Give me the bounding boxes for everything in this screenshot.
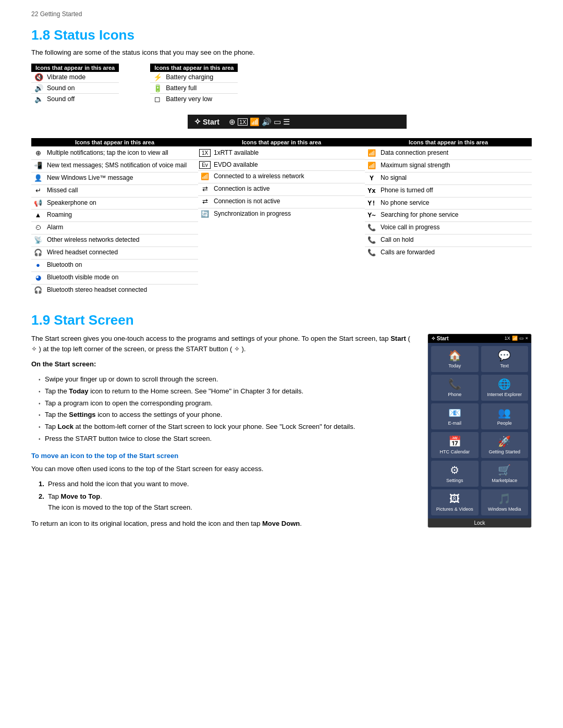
statusbar-container: ✧ Start ⊕ 1X 📶 🔊 ▭ ☰ [31,107,532,136]
three-col-reference: Icons that appear in this area ⊕ Multipl… [31,138,532,297]
step-2: 2. Tap Move to Top. The icon is moved to… [39,491,417,513]
list-item: Swipe your finger up or down to scroll t… [39,374,417,385]
top-right-area-label: Icons that appear in this area [150,64,238,72]
phone-status-icons: 1X 📶 ▭ × [505,336,528,341]
list-item: 👤 New Windows Live™ message [31,172,198,185]
icon-col-2: Icons that appear in this area 1X 1xRTT … [198,138,365,297]
list-item: ⏲ Alarm [31,222,198,235]
people-icon: 👥 [498,406,511,419]
sound-off-icon: 🔈 [33,95,44,103]
col2-list: 1X 1xRTT available Ev EVDO available 📶 C… [198,147,365,220]
sb-icon: 1X [505,336,510,341]
section-18-title: 1.8 Status Icons [31,27,532,43]
app-label: Getting Started [488,449,520,454]
statusbar-mockup: ✧ Start ⊕ 1X 📶 🔊 ▭ ☰ [188,115,407,129]
phone-statusbar: ✧ Start 1X 📶 ▭ × [428,334,531,343]
col1-list: ⊕ Multiple notifications; tap the icon t… [31,147,198,297]
list-item: 📲 New text messages; SMS notification of… [31,160,198,172]
getting-started-icon: 🚀 [498,435,511,448]
data-present-icon: 📶 [366,149,377,158]
roaming-icon: ▲ [32,211,44,220]
menu-icon: ☰ [283,117,290,127]
step-num: 2. [39,491,44,502]
item-label: Bluetooth stereo headset connected [47,286,147,294]
list-item: ▲ Roaming [31,209,198,222]
start-text: Start [203,118,219,126]
sync-icon: 🔄 [199,210,211,219]
text-icon: 💬 [498,349,511,362]
list-item: ◕ Bluetooth visible mode on [31,272,198,285]
no-service-icon: Y! [366,199,377,208]
list-item: 📶 Connected to a wireless network [198,171,365,183]
item-label: Wired headset connected [47,249,118,257]
searching-service-icon: Y~ [366,211,377,220]
wireless-networks-icon: 📡 [32,236,44,245]
settings-icon: ⚙ [450,464,459,476]
notif-icon: ⊕ [229,117,236,127]
body-text-1: The Start screen gives you one-touch acc… [31,334,417,355]
steps-list: 1. Press and hold the icon that you want… [31,479,417,513]
app-label: Phone [448,392,461,397]
col1-area-label: Icons that appear in this area [31,138,198,146]
page-number: 22 Getting Started [31,10,532,18]
item-label: No signal [381,174,407,182]
top-left-list: 🔇 Vibrate mode 🔊 Sound on 🔈 Sound off [31,72,119,104]
list-item: ⇄ Connection is active [198,183,365,196]
signal-bars-icon: 📶 [250,117,260,127]
item-label: Sound on [47,84,75,92]
volume-icon: 🔊 [262,117,272,127]
item-label: Calls are forwarded [381,249,435,257]
battery-charging-icon: ⚡ [152,73,163,81]
item-label: 1xRTT available [214,149,259,157]
diagram-area: Icons that appear in this area 🔇 Vibrate… [31,64,532,297]
today-icon: 🏠 [448,349,461,362]
max-signal-icon: 📶 [366,162,377,170]
battery-icon: ▭ [274,117,281,127]
notifications-icon: ⊕ [32,149,44,158]
item-label: Searching for phone service [381,211,458,219]
col2-area-label: Icons that appear in this area [198,138,365,146]
item-label: Vibrate mode [47,73,85,81]
icon-col-3: Icons that appear in this area 📶 Data co… [365,138,532,297]
phone-off-icon: Yx [366,187,377,195]
item-label: New text messages; SMS notification of v… [47,162,187,170]
list-item: 🔄 Synchronization in progress [198,208,365,220]
item-label: Voice call in progress [381,224,439,232]
list-item: 📶 Maximum signal strength [365,160,532,172]
windows-icon: ✧ [194,117,201,127]
sb-icon: ▭ [519,336,524,341]
phone-app-email: 📧 E-mail [431,403,479,429]
connection-inactive-icon: ⇄ [199,198,211,206]
phone-app-getting-started: 🚀 Getting Started [481,432,529,458]
item-label: Bluetooth visible mode on [47,274,118,282]
app-label: Internet Explorer [487,392,522,397]
phone-icon: 📞 [448,378,461,390]
calls-forwarded-icon: 📞 [366,249,377,257]
list-item: Y No signal [365,172,532,185]
list-item: ↵ Missed call [31,185,198,198]
phone-app-phone: 📞 Phone [431,375,479,401]
list-item: Tap a program icon to open the correspon… [39,398,417,409]
signal-1x-icon: 1X [238,118,248,126]
list-item: 🎧 Wired headset connected [31,247,198,260]
email-icon: 📧 [448,406,461,419]
wired-headset-icon: 🎧 [32,249,44,257]
phone-app-marketplace: 🛒 Marketplace [481,461,529,487]
app-label: E-mail [448,421,461,426]
speakerphone-icon: 📢 [32,199,44,208]
list-item: Yx Phone is turned off [365,185,532,198]
connected-wireless-icon: 📶 [199,172,211,181]
item-label: Call on hold [381,236,413,244]
list-item: 📶 Data connection present [365,147,532,160]
list-item: 1X 1xRTT available [198,147,365,159]
list-item: 📞 Call on hold [365,235,532,247]
list-item: ⇄ Connection is not active [198,196,365,208]
app-label: People [497,421,512,426]
item-label: Phone is turned off [381,187,433,195]
item-label: Missed call [47,187,78,195]
calendar-icon: 📅 [448,435,461,448]
list-item: 🎧 Bluetooth stereo headset connected [31,285,198,297]
list-item: Tap the Settings icon to access the sett… [39,410,417,421]
list-item: ⊕ Multiple notifications; tap the icon t… [31,147,198,160]
item-label: Alarm [47,224,63,232]
